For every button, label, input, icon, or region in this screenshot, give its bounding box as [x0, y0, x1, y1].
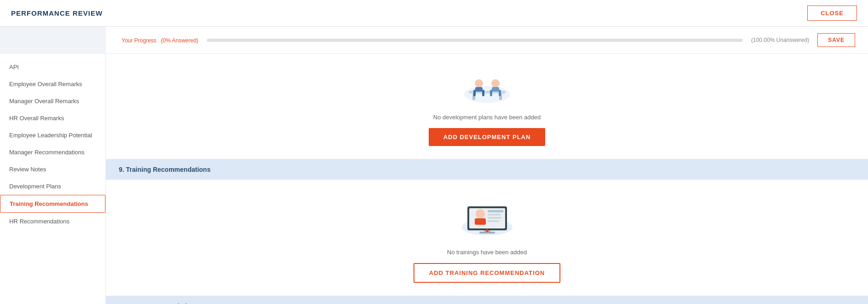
svg-rect-9: [492, 87, 499, 92]
sidebar-item-hr-overall-remarks[interactable]: HR Overall Remarks: [0, 110, 105, 127]
progress-answered: (0% Answered): [161, 37, 198, 44]
svg-point-8: [491, 79, 500, 88]
training-svg: [457, 193, 517, 239]
svg-rect-20: [488, 217, 501, 219]
svg-rect-10: [490, 90, 492, 96]
svg-rect-6: [473, 90, 476, 96]
training-section-number: 9.: [119, 166, 124, 173]
progress-label: Your Progress (0% Answered): [119, 37, 198, 44]
main-layout: APIEmployee Overall RemarksManager Overa…: [0, 54, 868, 304]
sidebar-item-label: Training Recommendations: [10, 200, 88, 207]
progress-text: Your Progress: [122, 37, 157, 44]
svg-point-22: [476, 209, 485, 218]
save-button[interactable]: SAVE: [817, 33, 855, 47]
svg-rect-11: [499, 90, 501, 96]
sidebar-item-label: Review Notes: [9, 166, 46, 173]
development-plans-section-body: No development plans have been added ADD…: [106, 54, 868, 159]
svg-rect-21: [488, 220, 499, 222]
sidebar: APIEmployee Overall RemarksManager Overa…: [0, 54, 106, 304]
sidebar-item-label: Employee Overall Remarks: [9, 81, 82, 88]
dev-plan-illustration-area: [460, 67, 515, 104]
svg-rect-7: [482, 90, 484, 96]
sidebar-item-manager-overall-remarks[interactable]: Manager Overall Remarks: [0, 93, 105, 110]
sidebar-item-label: Development Plans: [9, 183, 61, 190]
sidebar-item-label: API: [9, 64, 19, 70]
sidebar-item-review-notes[interactable]: Review Notes: [0, 161, 105, 178]
sidebar-item-employee-leadership-potential[interactable]: Employee Leadership Potential: [0, 127, 105, 144]
sidebar-item-label: Manager Overall Remarks: [9, 98, 79, 105]
svg-point-0: [464, 86, 510, 103]
dev-plan-svg: [460, 67, 515, 104]
svg-rect-23: [475, 218, 486, 225]
content-area: No development plans have been added ADD…: [106, 54, 868, 304]
training-section-header: 9. Training Recommendations: [106, 159, 868, 180]
svg-rect-5: [475, 87, 483, 92]
progress-section: Your Progress (0% Answered) (100.00% Una…: [106, 27, 868, 54]
training-illustration-area: [457, 193, 517, 239]
svg-point-24: [486, 229, 489, 232]
svg-rect-18: [488, 210, 503, 212]
svg-point-4: [475, 79, 483, 88]
sidebar-item-label: Employee Leadership Potential: [9, 132, 92, 139]
sidebar-item-api[interactable]: API: [0, 58, 105, 76]
hr-recommendations-section-header: 10. HR Recommendations: [106, 296, 868, 304]
app-title: PERFORMANCE REVIEW: [11, 9, 103, 17]
dev-plan-empty-text: No development plans have been added: [433, 114, 541, 121]
sidebar-item-label: HR Overall Remarks: [9, 115, 64, 122]
close-button[interactable]: CLOSE: [807, 6, 857, 21]
top-bar: PERFORMANCE REVIEW CLOSE: [0, 0, 868, 27]
sidebar-item-manager-recommendations[interactable]: Manager Recommendations: [0, 144, 105, 161]
sidebar-item-label: Manager Recommendations: [9, 149, 84, 156]
progress-bar-track: [207, 39, 743, 42]
training-empty-text: No trainings have been added: [447, 249, 527, 256]
svg-rect-19: [488, 214, 501, 216]
sidebar-item-development-plans[interactable]: Development Plans: [0, 178, 105, 195]
add-training-recommendation-button[interactable]: ADD TRAINING RECOMMENDATION: [414, 263, 560, 283]
sidebar-item-employee-overall-remarks[interactable]: Employee Overall Remarks: [0, 76, 105, 93]
progress-unanswered: (100.00% Unanswered): [751, 37, 809, 43]
training-section-body: No trainings have been added ADD TRAININ…: [106, 180, 868, 296]
add-development-plan-button[interactable]: ADD DEVELOPMENT PLAN: [429, 128, 546, 146]
training-section-title: Training Recommendations: [126, 166, 211, 173]
sidebar-item-hr-recommendations[interactable]: HR Recommendations: [0, 213, 105, 230]
sidebar-item-training-recommendations[interactable]: ➡Training Recommendations: [0, 195, 105, 213]
sidebar-item-label: HR Recommendations: [9, 218, 70, 225]
